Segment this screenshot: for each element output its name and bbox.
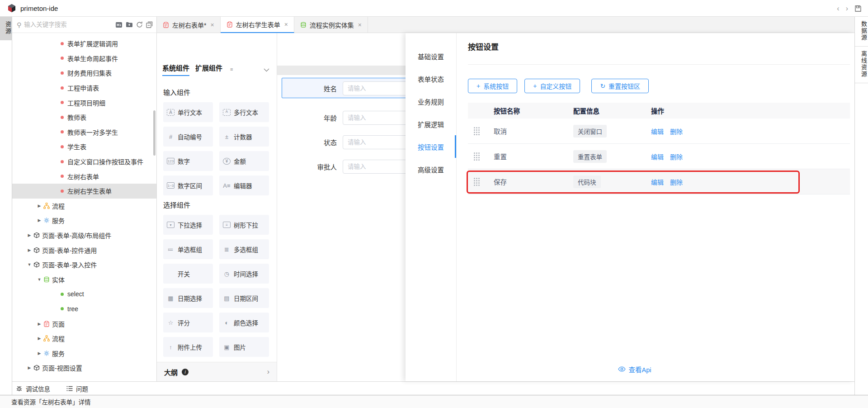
settings-nav-item[interactable]: 基础设置: [406, 45, 456, 67]
palette-menu-icon[interactable]: ≡: [230, 66, 233, 72]
tree-item[interactable]: 教师表: [12, 110, 156, 125]
palette-component-chip[interactable]: ☆评分: [163, 313, 213, 332]
new-folder-icon[interactable]: [126, 22, 133, 28]
palette-component-chip[interactable]: A≡编辑器: [219, 176, 269, 195]
chevron-right-icon[interactable]: ▶: [37, 336, 42, 341]
palette-component-chip[interactable]: ≔单选框组: [163, 239, 213, 259]
add-button-button[interactable]: +系统按钮: [468, 79, 517, 93]
chevron-down-icon[interactable]: ▼: [27, 262, 32, 267]
save-icon[interactable]: [854, 5, 862, 12]
problems-panel-tab[interactable]: 问题: [66, 384, 88, 393]
new-model-icon[interactable]: [115, 22, 123, 28]
tree-item[interactable]: ▶服务: [12, 346, 156, 361]
palette-component-chip[interactable]: ◷时间选择: [219, 264, 269, 284]
palette-component-chip[interactable]: ▣图片: [219, 337, 269, 357]
drag-handle-icon[interactable]: [474, 178, 480, 186]
settings-nav-item[interactable]: 高级设置: [406, 158, 456, 180]
chevron-right-icon[interactable]: ▶: [27, 233, 32, 237]
settings-nav-item[interactable]: 按钮设置: [406, 135, 456, 158]
edit-link[interactable]: 编辑: [651, 177, 664, 186]
tree-item[interactable]: ▶页面-表单-高级/布局组件: [12, 228, 156, 243]
palette-component-chip[interactable]: ▾下拉选择: [163, 215, 213, 235]
delete-link[interactable]: 删除: [670, 177, 683, 186]
tree-item[interactable]: 教师表一对多学生: [12, 125, 156, 140]
palette-component-chip[interactable]: #自动编号: [163, 127, 213, 147]
form-field-row[interactable]: 审批人: [277, 160, 420, 174]
chevron-right-icon[interactable]: ▶: [37, 204, 42, 208]
edit-link[interactable]: 编辑: [651, 127, 664, 136]
drag-handle-icon[interactable]: [474, 127, 480, 135]
tree-item[interactable]: select: [12, 287, 156, 302]
editor-tab[interactable]: 流程实例实体集×: [294, 17, 368, 33]
delete-link[interactable]: 删除: [670, 127, 683, 136]
form-field-row[interactable]: 姓名: [277, 81, 420, 95]
palette-component-chip[interactable]: ▦日期选择: [163, 288, 213, 308]
tree-item[interactable]: 财务费用归集表: [12, 66, 156, 81]
tree-item[interactable]: ▼页面-表单-录入控件: [12, 257, 156, 272]
tree-item[interactable]: ▶流程: [12, 199, 156, 213]
chevron-right-icon[interactable]: ▶: [27, 248, 32, 252]
palette-component-chip[interactable]: ◐颜色选择: [219, 313, 269, 332]
collapse-all-icon[interactable]: [146, 21, 153, 28]
editor-tab[interactable]: 左树右学生表单×: [221, 17, 294, 33]
palette-component-chip[interactable]: ≡树形下拉: [219, 215, 269, 235]
tree-item[interactable]: tree: [12, 302, 156, 317]
tree-item[interactable]: 工程申请表: [12, 81, 156, 95]
tree-item[interactable]: ▶流程: [12, 331, 156, 346]
chevron-down-icon[interactable]: ▼: [37, 277, 42, 282]
tree-item[interactable]: 工程项目明细: [12, 95, 156, 110]
palette-tab[interactable]: 系统组件: [162, 63, 189, 76]
tree-item[interactable]: 自定义窗口操作按钮及事件: [12, 154, 156, 169]
refresh-icon[interactable]: [136, 21, 143, 28]
form-field-row[interactable]: 状态: [277, 135, 420, 149]
tree-item[interactable]: 学生表: [12, 139, 156, 154]
chevron-right-icon[interactable]: ▶: [37, 218, 42, 223]
settings-nav-item[interactable]: 扩展逻辑: [406, 113, 456, 135]
palette-component-chip[interactable]: ¥金额: [219, 151, 269, 171]
palette-component-chip[interactable]: A多行文本: [219, 102, 269, 122]
palette-component-chip[interactable]: 1~3数字区间: [163, 176, 213, 195]
tree-item[interactable]: 左树右学生表单: [12, 184, 156, 199]
rail-tab-resources[interactable]: 资源: [0, 17, 12, 40]
chevron-right-icon[interactable]: ▶: [27, 365, 32, 370]
tree-item[interactable]: 表单生命周起事件: [12, 51, 156, 66]
close-icon[interactable]: ×: [284, 21, 288, 28]
close-icon[interactable]: ×: [358, 21, 362, 28]
form-field-row[interactable]: 年龄: [277, 111, 420, 125]
tree-item[interactable]: ▶页面-表单-控件通用: [12, 242, 156, 257]
add-button-button[interactable]: +自定义按钮: [524, 79, 580, 93]
search-input[interactable]: [24, 21, 115, 28]
palette-tab[interactable]: 扩展组件: [195, 63, 222, 76]
tree-item[interactable]: 表单扩展逻辑调用: [12, 36, 156, 51]
palette-component-chip[interactable]: ↑附件上传: [163, 337, 213, 357]
outline-footer[interactable]: 大纲 i ›: [157, 362, 277, 381]
close-icon[interactable]: ×: [210, 21, 214, 28]
palette-component-chip[interactable]: 开关: [163, 264, 213, 284]
tree-item[interactable]: 左树右表单: [12, 169, 156, 184]
nav-back-icon[interactable]: ‹: [837, 5, 839, 12]
palette-component-chip[interactable]: ▤日期区间: [219, 288, 269, 308]
tree-item[interactable]: ▶页面-视图设置: [12, 361, 156, 375]
palette-component-chip[interactable]: A单行文本: [163, 102, 213, 122]
form-icon: [163, 22, 169, 28]
editor-tab[interactable]: 左树右表单*×: [157, 17, 221, 33]
settings-nav-item[interactable]: 业务规则: [406, 90, 456, 113]
view-api-link[interactable]: 查看Api: [468, 365, 801, 374]
palette-component-chip[interactable]: ±计数器: [219, 127, 269, 147]
debug-info-panel-tab[interactable]: 调试信息: [16, 384, 50, 393]
edit-link[interactable]: 编辑: [651, 152, 664, 161]
drag-handle-icon[interactable]: [474, 152, 480, 161]
tree-item[interactable]: ▶服务: [12, 213, 156, 228]
nav-forward-icon[interactable]: ›: [846, 5, 848, 12]
tree-item[interactable]: ▶页面: [12, 316, 156, 331]
palette-collapse-icon[interactable]: [264, 66, 269, 74]
palette-component-chip[interactable]: ≣多选框组: [219, 239, 269, 259]
chevron-right-icon[interactable]: ▶: [37, 351, 42, 356]
reset-buttons-button[interactable]: ↻重置按钮区: [591, 79, 649, 93]
palette-component-chip[interactable]: 123数字: [163, 151, 213, 171]
tree-item[interactable]: ▼实体: [12, 272, 156, 287]
delete-link[interactable]: 删除: [670, 152, 683, 161]
settings-nav-item[interactable]: 表单状态: [406, 67, 456, 90]
chevron-right-icon[interactable]: ▶: [37, 322, 42, 326]
tree-scrollbar[interactable]: [153, 110, 156, 156]
